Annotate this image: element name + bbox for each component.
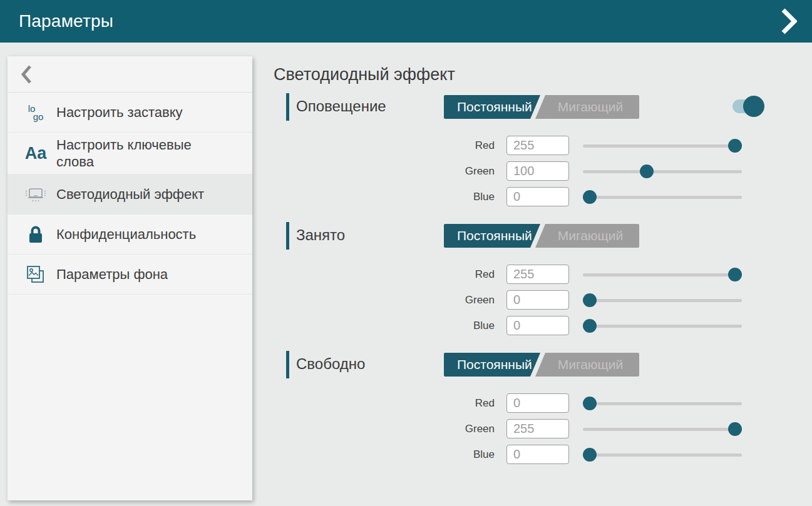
red-value-input[interactable] — [506, 136, 569, 155]
led-toggle-switch[interactable] — [732, 94, 765, 119]
section-busy: Занято Постоянный Мигающий Red Green Blu… — [274, 222, 781, 338]
slider-track[interactable] — [583, 299, 742, 302]
section-free: Свободно Постоянный Мигающий Red Green B… — [274, 351, 781, 467]
slider-thumb[interactable] — [583, 293, 597, 307]
channel-label: Green — [274, 294, 495, 306]
chevron-right-icon — [781, 8, 797, 35]
red-value-input[interactable] — [506, 393, 569, 413]
mode-segmented-control: Постоянный Мигающий — [444, 224, 639, 248]
slider-thumb[interactable] — [583, 190, 597, 204]
channel-row-blue: Blue — [274, 313, 781, 338]
sidebar-item-screensaver[interactable]: lo go Настроить заставку — [8, 93, 252, 133]
channel-row-blue: Blue — [274, 184, 781, 210]
green-slider[interactable] — [583, 164, 742, 178]
mode-constant-button[interactable]: Постоянный — [444, 353, 540, 377]
red-slider[interactable] — [583, 268, 742, 281]
channel-label: Red — [274, 139, 495, 152]
channel-label: Blue — [274, 320, 495, 332]
led-effect-panel: Светодиодный эффект Оповещение Постоянны… — [274, 56, 781, 480]
slider-track[interactable] — [583, 170, 742, 173]
section-accent-bar — [286, 351, 289, 378]
channel-row-blue: Blue — [274, 442, 781, 467]
channel-row-red: Red — [274, 390, 781, 416]
mode-constant-button[interactable]: Постоянный — [444, 224, 540, 248]
channel-row-green: Green — [274, 158, 781, 184]
sidebar-item-background[interactable]: Параметры фона — [8, 255, 252, 295]
channel-row-red: Red — [274, 133, 781, 158]
blue-slider[interactable] — [583, 448, 742, 462]
green-value-input[interactable] — [506, 290, 569, 310]
text-aa-icon: Aa — [23, 145, 49, 162]
mode-constant-button[interactable]: Постоянный — [444, 95, 540, 119]
green-value-input[interactable] — [506, 161, 569, 181]
slider-thumb[interactable] — [583, 319, 597, 333]
app-bar: Параметры — [0, 0, 812, 43]
red-value-input[interactable] — [506, 265, 569, 284]
mode-blinking-button[interactable]: Мигающий — [535, 95, 639, 119]
blue-value-input[interactable] — [506, 316, 569, 335]
slider-thumb[interactable] — [583, 397, 597, 410]
channel-label: Blue — [274, 191, 495, 203]
mode-blinking-button[interactable]: Мигающий — [535, 224, 639, 248]
slider-thumb[interactable] — [583, 448, 597, 462]
section-name: Свободно — [296, 355, 365, 373]
section-name: Оповещение — [296, 98, 386, 115]
slider-track[interactable] — [583, 428, 742, 431]
channel-label: Red — [274, 397, 495, 410]
sidebar-item-label: Параметры фона — [56, 266, 168, 283]
background-images-icon — [23, 265, 49, 285]
sidebar-item-keywords[interactable]: Aa Настроить ключевые слова — [8, 133, 252, 175]
channel-row-red: Red — [274, 261, 781, 287]
slider-track[interactable] — [583, 402, 742, 405]
sidebar-item-led-effect[interactable]: Светодиодный эффект — [8, 175, 252, 215]
logo-icon: lo go — [23, 104, 49, 121]
channel-row-green: Green — [274, 287, 781, 313]
panel-title: Светодиодный эффект — [274, 65, 781, 84]
chevron-left-icon — [21, 64, 31, 84]
slider-track[interactable] — [583, 273, 742, 276]
slider-track[interactable] — [583, 144, 742, 148]
mode-segmented-control: Постоянный Мигающий — [444, 95, 639, 119]
blue-slider[interactable] — [583, 319, 742, 333]
sidebar-item-label: Настроить ключевые слова — [56, 136, 214, 170]
channel-label: Green — [274, 423, 495, 435]
green-value-input[interactable] — [506, 419, 569, 438]
green-slider[interactable] — [583, 293, 742, 307]
channel-label: Blue — [274, 448, 495, 461]
sidebar-back-button[interactable] — [8, 56, 252, 93]
toggle-knob — [743, 96, 764, 117]
slider-thumb[interactable] — [728, 139, 742, 153]
blue-value-input[interactable] — [506, 187, 569, 206]
page-title: Параметры — [19, 11, 113, 31]
forward-button[interactable] — [779, 7, 798, 36]
lock-icon — [23, 225, 49, 245]
sidebar-item-label: Настроить заставку — [56, 104, 183, 121]
section-accent-bar — [286, 222, 289, 250]
slider-track[interactable] — [583, 453, 742, 457]
mode-blinking-button[interactable]: Мигающий — [535, 353, 639, 377]
mode-segmented-control: Постоянный Мигающий — [444, 353, 639, 377]
settings-sidebar: lo go Настроить заставку Aa Настроить кл… — [8, 56, 252, 500]
channel-label: Green — [274, 165, 495, 178]
blue-value-input[interactable] — [506, 445, 569, 464]
sidebar-item-label: Конфиденциальность — [56, 226, 196, 243]
slider-thumb[interactable] — [728, 268, 742, 281]
blue-slider[interactable] — [583, 190, 742, 204]
section-accent-bar — [286, 93, 289, 121]
green-slider[interactable] — [583, 422, 742, 436]
led-display-icon — [23, 186, 49, 203]
red-slider[interactable] — [583, 139, 742, 153]
sidebar-item-privacy[interactable]: Конфиденциальность — [8, 215, 252, 255]
sidebar-item-label: Светодиодный эффект — [56, 186, 204, 203]
red-slider[interactable] — [583, 397, 742, 410]
channel-row-green: Green — [274, 416, 781, 442]
channel-label: Red — [274, 268, 495, 281]
slider-track[interactable] — [583, 325, 742, 328]
slider-thumb[interactable] — [640, 164, 654, 178]
section-name: Занято — [296, 226, 345, 244]
slider-track[interactable] — [583, 196, 742, 199]
section-alert: Оповещение Постоянный Мигающий Red Green — [274, 93, 781, 210]
slider-thumb[interactable] — [728, 422, 742, 436]
